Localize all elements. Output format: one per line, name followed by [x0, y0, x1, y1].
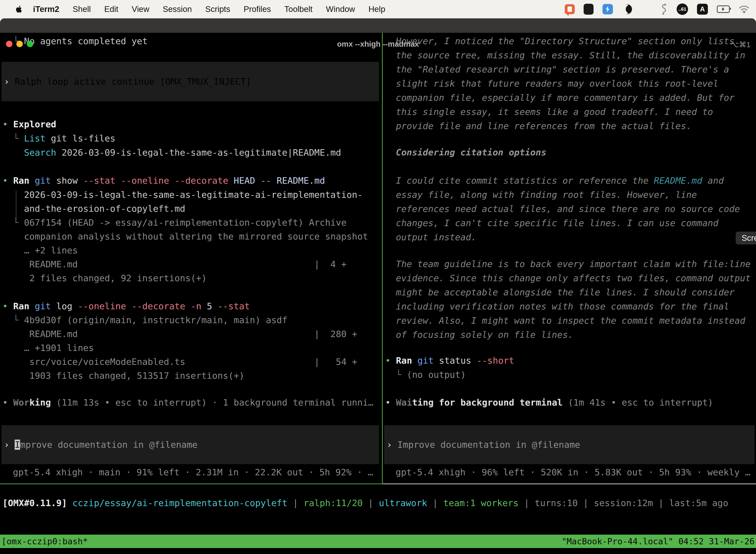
git-log-command-line: • Ran git log --oneline --decorate -n 5 … — [2, 299, 250, 313]
contrast-app-icon[interactable] — [622, 4, 632, 14]
tmux-status-bar: [omx-cczip0:bash* "MacBook-Pro-44.local"… — [0, 535, 756, 548]
reasoning-paragraph-2: I could cite commit statistics or refere… — [396, 173, 740, 244]
screen-overlay-tooltip: Scre — [736, 232, 756, 244]
git-show-stat-file: README.md | 4 + — [2, 257, 346, 271]
omx-mode: ultrawork — [379, 498, 427, 508]
omx-session: session:12m — [594, 498, 653, 508]
window-title: omx --xhigh --madmax — [0, 40, 756, 49]
battery-icon[interactable] — [717, 5, 730, 13]
dots-grid-icon[interactable] — [641, 5, 650, 14]
menu-item-window[interactable]: Window — [319, 4, 362, 14]
reasoning-paragraph-3: The team guideline is to back every impo… — [396, 257, 751, 342]
prompt-chevron-icon: › — [1, 440, 15, 450]
menu-item-shell[interactable]: Shell — [66, 4, 98, 14]
tmux-session-name: [omx-cczip0:bash* — [0, 536, 88, 546]
git-show-wrap1: 2026-03-09-is-legal-the-same-as-legitima… — [2, 188, 363, 202]
reasoning-paragraph-1: However, I noticed the "Directory Struct… — [396, 34, 745, 133]
git-log-stat-file2: src/voice/voiceModeEnabled.ts | 54 + — [2, 355, 357, 369]
explored-header: • Explored — [2, 117, 56, 131]
right-model-status-line: gpt-5.4 xhigh · 96% left · 520K in · 5.8… — [396, 465, 750, 479]
git-log-stat-file1: README.md | 280 + — [2, 327, 357, 341]
explored-list-line: └ List git ls-files — [2, 131, 115, 146]
omx-version: [OMX#0.11.9] — [2, 498, 67, 508]
menu-item-edit[interactable]: Edit — [98, 4, 125, 14]
git-show-wrap2: and-the-erosion-of-copyleft.md — [2, 202, 185, 216]
working-status-line: • Working (11m 13s • esc to interrupt) ·… — [2, 395, 374, 409]
text-cursor: I — [15, 440, 20, 450]
prompt-chevron-icon: › — [384, 440, 397, 450]
menu-item-scripts[interactable]: Scripts — [198, 4, 237, 14]
git-show-output1: └ 067f154 (HEAD -> essay/ai-reimplementa… — [2, 215, 346, 230]
menu-item-session[interactable]: Session — [156, 4, 198, 14]
window-title-bar[interactable]: omx --xhigh --madmax ⌥⌘1 — [0, 18, 756, 33]
hook-icon[interactable] — [659, 3, 668, 15]
omx-last: last:5m ago — [669, 498, 728, 508]
waiting-status-line: • Waiting for background terminal (1m 41… — [385, 395, 713, 409]
input-source-icon[interactable]: A — [697, 4, 708, 15]
omx-ralph-counter: ralph:11/20 — [304, 498, 363, 508]
inject-input-box[interactable]: › Ralph loop active continue [OMX_TMUX_I… — [1, 62, 379, 101]
menu-item-iterm2[interactable]: iTerm2 — [26, 4, 66, 14]
omx-team: team:1 workers — [443, 498, 518, 508]
readme-file-reference: README.md — [654, 175, 702, 186]
git-show-stat-summary: 2 files changed, 92 insertions(+) — [2, 271, 207, 285]
chat-app-icon[interactable] — [565, 4, 575, 14]
git-log-output1: └ 4b9d30f (origin/main, instructkr/main,… — [2, 313, 288, 327]
menu-item-profiles[interactable]: Profiles — [237, 4, 277, 14]
window-shortcut: ⌥⌘1 — [731, 40, 751, 49]
left-prompt-input-box[interactable]: › Improve documentation in @filename — [1, 425, 379, 464]
menu-item-view[interactable]: View — [125, 4, 156, 14]
menu-status-icons: ..61 A — [565, 0, 750, 18]
git-log-more-lines: … +1901 lines — [2, 341, 94, 355]
clock-badge-icon[interactable]: ..61 — [677, 3, 688, 15]
menu-bar: iTerm2 Shell Edit View Session Scripts P… — [0, 0, 756, 18]
inactive-pane-border — [383, 484, 756, 484]
queued-prompt-text: Improve documentation in @filename — [397, 440, 580, 450]
git-show-command-line: • Ran git show --stat --oneline --decora… — [2, 173, 325, 188]
bolt-app-icon[interactable] — [603, 4, 613, 14]
wifi-icon[interactable] — [739, 5, 750, 13]
active-pane-border — [0, 484, 383, 484]
keyboard-app-icon[interactable] — [584, 4, 593, 15]
pane-divider[interactable] — [382, 33, 383, 484]
prompt-chevron-icon: › — [1, 76, 15, 87]
right-prompt-input-box[interactable]: › Improve documentation in @filename — [384, 425, 755, 464]
menu-item-help[interactable]: Help — [362, 4, 392, 14]
git-show-output2: companion analysis without altering the … — [2, 229, 368, 243]
omx-status-line: [OMX#0.11.9] cczip/essay/ai-reimplementa… — [2, 496, 728, 510]
apple-icon[interactable] — [14, 4, 24, 14]
queued-prompt-text: mprove documentation in @filename — [20, 440, 197, 450]
tmux-host-clock: "MacBook-Pro-44.local" 04:52 31-Mar-26 — [562, 536, 755, 546]
git-status-command-line: • Ran git status --short — [385, 353, 514, 368]
explored-search-line: Search 2026-03-09-is-legal-the-same-as-l… — [2, 146, 341, 160]
left-model-status-line: gpt-5.4 xhigh · main · 91% left · 2.31M … — [13, 465, 373, 479]
reasoning-heading: Considering citation options — [396, 145, 547, 159]
omx-branch-path: cczip/essay/ai-reimplementation-copyleft — [67, 498, 288, 508]
git-show-more-lines: … +2 lines — [2, 243, 78, 258]
inject-text: Ralph loop active continue [OMX_TMUX_INJ… — [15, 76, 251, 87]
menu-item-toolbelt[interactable]: Toolbelt — [277, 4, 319, 14]
git-log-stat-summary: 1903 files changed, 513517 insertions(+) — [2, 369, 244, 383]
git-status-output: └ (no output) — [385, 368, 466, 382]
omx-turns: turns:10 — [535, 498, 578, 508]
